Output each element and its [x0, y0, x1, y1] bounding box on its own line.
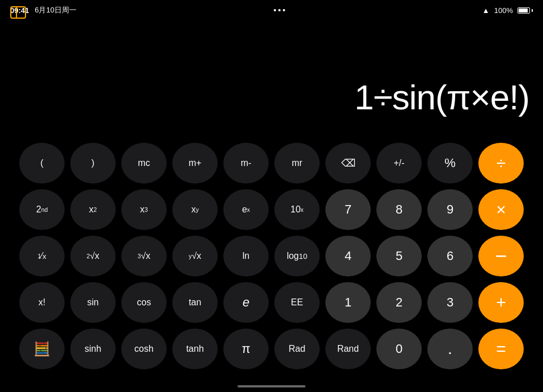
- status-center: [274, 9, 285, 11]
- pi-button[interactable]: π: [223, 329, 269, 369]
- percent-button[interactable]: %: [427, 143, 473, 184]
- cube-root-button[interactable]: 3√x: [121, 236, 167, 276]
- battery-body: [517, 7, 530, 14]
- factorial-button[interactable]: x!: [19, 282, 65, 323]
- sinh-button[interactable]: sinh: [70, 329, 116, 369]
- wifi-icon: ▲: [482, 6, 490, 15]
- x-cubed-button[interactable]: x3: [121, 189, 167, 230]
- euler-button[interactable]: e: [223, 282, 269, 323]
- ee-button[interactable]: EE: [274, 282, 320, 323]
- digit-9-button[interactable]: 9: [427, 189, 473, 230]
- digit-5-button[interactable]: 5: [376, 236, 422, 276]
- log10-button[interactable]: log10: [274, 236, 320, 276]
- digit-0-button[interactable]: 0: [376, 329, 422, 369]
- plus-minus-button[interactable]: +/-: [376, 143, 422, 184]
- dot3: [283, 9, 285, 11]
- buttons-area: ( ) mc m+ m- mr ⌫ +/- % ÷ 2nd x2 x3 xy e…: [0, 143, 543, 375]
- digit-7-button[interactable]: 7: [325, 189, 371, 230]
- sqrt-button[interactable]: 2√x: [70, 236, 116, 276]
- dot1: [274, 9, 276, 11]
- battery-percent: 100%: [494, 6, 513, 15]
- divide-button[interactable]: ÷: [478, 143, 524, 184]
- open-paren-button[interactable]: (: [19, 143, 65, 184]
- dot2: [278, 9, 281, 11]
- button-row-3: 1⁄x 2√x 3√x y√x ln log10 4 5 6 −: [8, 236, 535, 276]
- y-root-button[interactable]: y√x: [172, 236, 218, 276]
- digit-4-button[interactable]: 4: [325, 236, 371, 276]
- sidebar-toggle-button[interactable]: [9, 5, 27, 20]
- m-minus-button[interactable]: m-: [223, 143, 269, 184]
- decimal-button[interactable]: .: [427, 329, 473, 369]
- digit-2-button[interactable]: 2: [376, 282, 422, 323]
- button-row-2: 2nd x2 x3 xy ex 10x 7 8 9 ×: [8, 189, 535, 230]
- e-to-x-button[interactable]: ex: [223, 189, 269, 230]
- close-paren-button[interactable]: ): [70, 143, 116, 184]
- x-squared-button[interactable]: x2: [70, 189, 116, 230]
- subtract-button[interactable]: −: [478, 236, 524, 276]
- status-right: ▲ 100%: [482, 6, 533, 15]
- battery-tip: [532, 9, 533, 12]
- multiply-button[interactable]: ×: [478, 189, 524, 230]
- add-button[interactable]: +: [478, 282, 524, 323]
- status-bar: 09:41 6月10日周一 ▲ 100%: [0, 0, 543, 20]
- rand-button[interactable]: Rand: [325, 329, 371, 369]
- ln-button[interactable]: ln: [223, 236, 269, 276]
- 2nd-button[interactable]: 2nd: [19, 189, 65, 230]
- button-row-4: x! sin cos tan e EE 1 2 3 +: [8, 282, 535, 323]
- one-over-x-button[interactable]: 1⁄x: [19, 236, 65, 276]
- mr-button[interactable]: mr: [274, 143, 320, 184]
- sin-button[interactable]: sin: [70, 282, 116, 323]
- tan-button[interactable]: tan: [172, 282, 218, 323]
- status-date: 6月10日周一: [35, 5, 77, 15]
- button-row-5: 🧮 sinh cosh tanh π Rad Rand 0 . =: [8, 329, 535, 369]
- 10-to-x-button[interactable]: 10x: [274, 189, 320, 230]
- display-expression: 1÷sin(π×e!): [354, 78, 529, 117]
- button-row-1: ( ) mc m+ m- mr ⌫ +/- % ÷: [8, 143, 535, 184]
- cos-button[interactable]: cos: [121, 282, 167, 323]
- calculator-display: 1÷sin(π×e!): [0, 20, 543, 128]
- rad-button[interactable]: Rad: [274, 329, 320, 369]
- cosh-button[interactable]: cosh: [121, 329, 167, 369]
- digit-1-button[interactable]: 1: [325, 282, 371, 323]
- backspace-button[interactable]: ⌫: [325, 143, 371, 184]
- tanh-button[interactable]: tanh: [172, 329, 218, 369]
- x-to-y-button[interactable]: xy: [172, 189, 218, 230]
- battery-fill: [519, 8, 528, 12]
- home-indicator: [237, 385, 306, 387]
- m-plus-button[interactable]: m+: [172, 143, 218, 184]
- battery-icon: [517, 7, 533, 14]
- basic-calc-button[interactable]: 🧮: [19, 329, 65, 369]
- digit-3-button[interactable]: 3: [427, 282, 473, 323]
- sidebar-icon: [10, 6, 26, 19]
- digit-8-button[interactable]: 8: [376, 189, 422, 230]
- equals-button[interactable]: =: [478, 329, 524, 369]
- mc-button[interactable]: mc: [121, 143, 167, 184]
- digit-6-button[interactable]: 6: [427, 236, 473, 276]
